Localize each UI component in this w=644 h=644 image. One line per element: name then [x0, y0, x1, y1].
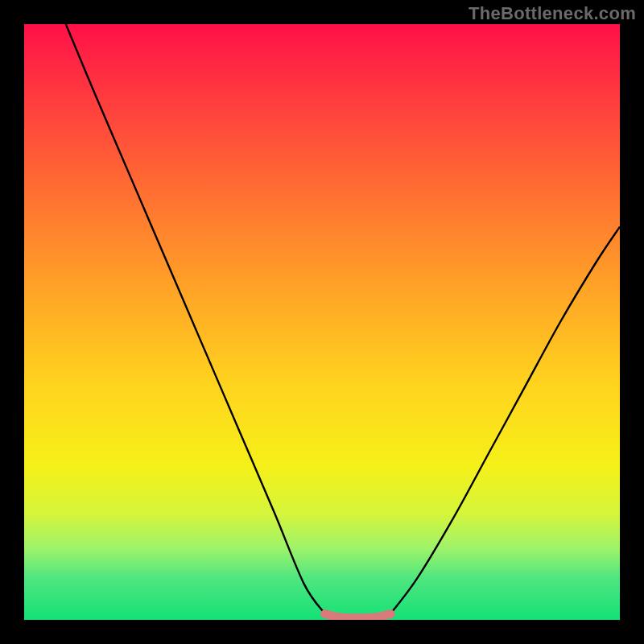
right-branch-curve [390, 227, 620, 614]
left-branch-curve [66, 24, 325, 614]
flat-bottom-segment [325, 614, 390, 618]
curve-layer [24, 24, 620, 620]
watermark-text: TheBottleneck.com [469, 3, 636, 24]
chart-frame: TheBottleneck.com [0, 0, 644, 644]
plot-area [24, 24, 620, 620]
